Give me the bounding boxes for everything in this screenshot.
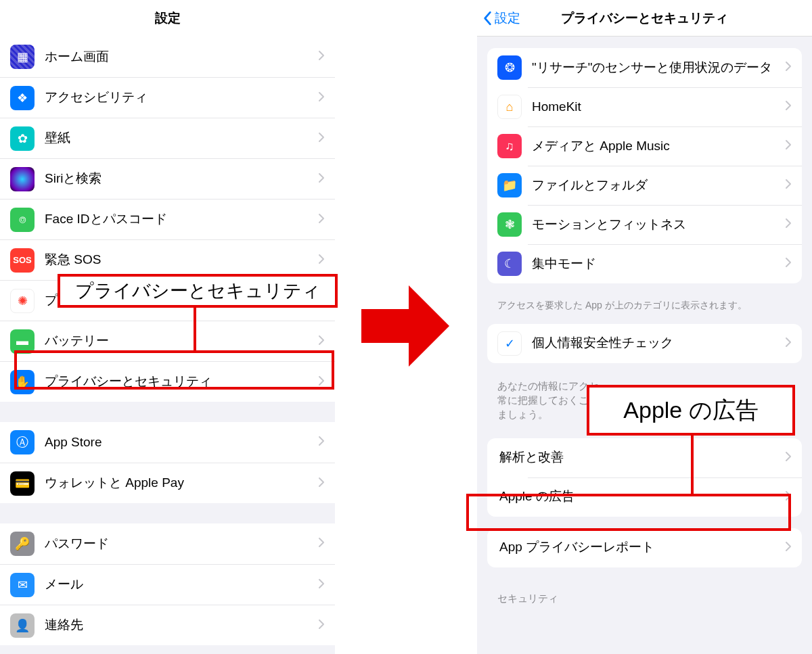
mail-icon: ✉ <box>10 573 35 597</box>
arrow-icon <box>361 285 449 367</box>
row-label: 壁紙 <box>45 130 318 147</box>
navbar-left: 設定 <box>0 0 335 37</box>
safety-check-icon: ✓ <box>497 331 522 356</box>
chevron-right-icon <box>318 436 325 449</box>
row-apple-ads[interactable]: Apple の広告 <box>487 477 802 517</box>
chevron-right-icon <box>318 477 325 490</box>
canvas: 設定 ▦ホーム画面❖アクセシビリティ✿壁紙Siriと検索⌾Face IDとパスコ… <box>0 0 812 654</box>
chevron-right-icon <box>318 537 325 551</box>
navbar-right: 設定 プライバシーとセキュリティ <box>477 0 812 37</box>
chevron-right-icon <box>785 451 792 465</box>
siri-search-icon <box>10 167 35 191</box>
chevron-right-icon <box>318 50 325 64</box>
row-motion[interactable]: ❃モーションとフィットネス <box>487 205 802 244</box>
chevron-right-icon <box>318 375 325 389</box>
group-footer: アクセスを要求した App が上のカテゴリに表示されます。 <box>477 295 812 312</box>
chevron-right-icon <box>785 179 792 192</box>
chevron-right-icon <box>318 172 325 186</box>
callout-connector <box>194 308 196 350</box>
files-icon: 📁 <box>497 173 522 197</box>
callout-label: Apple の広告 <box>623 395 758 426</box>
row-files[interactable]: 📁ファイルとフォルダ <box>487 166 802 205</box>
battery-icon: ▬ <box>10 329 35 354</box>
row-label: メディアと Apple Music <box>532 138 785 155</box>
row-contacts[interactable]: 👤連絡先 <box>0 605 335 645</box>
media-icon: ♫ <box>497 134 522 158</box>
row-siri-search[interactable]: Siriと検索 <box>0 158 335 199</box>
chevron-right-icon <box>318 213 325 227</box>
row-focus[interactable]: ☾集中モード <box>487 244 802 283</box>
emergency-sos-icon: SOS <box>10 248 35 273</box>
section-header-security: セキュリティ <box>477 579 812 605</box>
row-privacy[interactable]: ✋プライバシーとセキュリティ <box>0 361 335 402</box>
privacy-icon: ✋ <box>10 370 35 394</box>
settings-group: ⒶApp Store💳ウォレットと Apple Pay <box>0 422 335 523</box>
row-app-store[interactable]: ⒶApp Store <box>0 422 335 463</box>
row-label: メール <box>45 576 318 593</box>
chevron-right-icon <box>318 254 325 267</box>
row-homekit[interactable]: ⌂HomeKit <box>487 87 802 126</box>
row-label: Apple の広告 <box>499 488 785 505</box>
app-store-icon: Ⓐ <box>10 430 35 454</box>
privacy-group-ads: 解析と改善Apple の広告 <box>487 438 802 517</box>
row-safety-check[interactable]: ✓個人情報安全性チェック <box>487 324 802 363</box>
row-face-id[interactable]: ⌾Face IDとパスコード <box>0 199 335 239</box>
chevron-right-icon <box>785 541 792 555</box>
accessibility-icon: ❖ <box>10 86 35 110</box>
row-label: 個人情報安全性チェック <box>532 335 785 352</box>
chevron-right-icon <box>318 91 325 105</box>
row-analytics[interactable]: 解析と改善 <box>487 438 802 477</box>
row-passwords[interactable]: 🔑パスワード <box>0 523 335 564</box>
row-battery[interactable]: ▬バッテリー <box>0 321 335 361</box>
row-mail[interactable]: ✉メール <box>0 564 335 605</box>
row-research[interactable]: ❂"リサーチ"のセンサーと使用状況のデータ <box>487 48 802 87</box>
row-label: モーションとフィットネス <box>532 216 785 233</box>
svg-marker-0 <box>361 285 449 367</box>
chevron-right-icon <box>785 218 792 231</box>
contacts-icon: 👤 <box>10 613 35 638</box>
back-button[interactable]: 設定 <box>482 9 520 27</box>
research-icon: ❂ <box>497 55 522 80</box>
row-media[interactable]: ♫メディアと Apple Music <box>487 126 802 166</box>
row-label: "リサーチ"のセンサーと使用状況のデータ <box>532 60 785 76</box>
row-label: ホーム画面 <box>45 49 318 66</box>
chevron-right-icon <box>785 257 792 271</box>
home-screen-icon: ▦ <box>10 45 35 69</box>
face-id-icon: ⌾ <box>10 208 35 232</box>
chevron-right-icon <box>785 139 792 153</box>
chevron-right-icon <box>785 490 792 504</box>
row-label: ファイルとフォルダ <box>532 177 785 194</box>
row-label: 連絡先 <box>45 617 318 634</box>
row-label: HomeKit <box>532 99 785 116</box>
privacy-group-report: App プライバシーレポート <box>487 528 802 567</box>
row-label: バッテリー <box>45 333 318 350</box>
page-title: 設定 <box>155 9 181 27</box>
row-wallpaper[interactable]: ✿壁紙 <box>0 118 335 158</box>
settings-list[interactable]: ▦ホーム画面❖アクセシビリティ✿壁紙Siriと検索⌾Face IDとパスコードS… <box>0 37 335 654</box>
chevron-right-icon <box>318 578 325 592</box>
focus-icon: ☾ <box>497 252 522 276</box>
row-privacy-report[interactable]: App プライバシーレポート <box>487 528 802 567</box>
row-accessibility[interactable]: ❖アクセシビリティ <box>0 77 335 118</box>
chevron-right-icon <box>785 61 792 74</box>
homekit-icon: ⌂ <box>497 95 522 119</box>
chevron-right-icon <box>318 132 325 145</box>
callout-apple-ads: Apple の広告 <box>587 385 795 436</box>
wallet-icon: 💳 <box>10 471 35 496</box>
callout-connector <box>691 436 694 494</box>
chevron-right-icon <box>318 335 325 348</box>
passwords-icon: 🔑 <box>10 532 35 556</box>
wallpaper-icon: ✿ <box>10 126 35 151</box>
phone-privacy: 設定 プライバシーとセキュリティ ❂"リサーチ"のセンサーと使用状況のデータ⌂H… <box>477 0 812 654</box>
row-label: Siriと検索 <box>45 170 318 187</box>
row-label: Face IDとパスコード <box>45 211 318 228</box>
row-label: アクセシビリティ <box>45 89 318 106</box>
privacy-group-apps: ❂"リサーチ"のセンサーと使用状況のデータ⌂HomeKit♫メディアと Appl… <box>487 48 802 283</box>
row-home-screen[interactable]: ▦ホーム画面 <box>0 37 335 77</box>
row-label: パスワード <box>45 536 318 553</box>
row-label: 解析と改善 <box>499 449 785 466</box>
row-label: プライバシーとセキュリティ <box>45 373 318 390</box>
privacy-list[interactable]: ❂"リサーチ"のセンサーと使用状況のデータ⌂HomeKit♫メディアと Appl… <box>477 48 812 605</box>
row-label: 緊急 SOS <box>45 252 318 268</box>
row-wallet[interactable]: 💳ウォレットと Apple Pay <box>0 463 335 503</box>
